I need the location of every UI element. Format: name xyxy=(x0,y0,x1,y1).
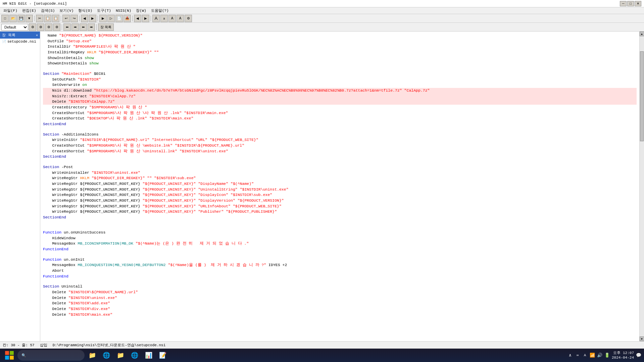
code-line: FunctionEnd xyxy=(43,274,637,279)
taskbar-explorer[interactable]: 📁 xyxy=(114,350,127,361)
tray-clock[interactable]: 오후 12:07 2024-04-24 xyxy=(612,351,634,360)
tb-sep6 xyxy=(151,15,151,21)
taskbar-pptx[interactable]: 📊 xyxy=(142,350,155,361)
tb-font-big[interactable]: A xyxy=(152,15,160,22)
menu-window[interactable]: 장(W) xyxy=(134,7,148,14)
code-line: MessageBox MB_ICONQUESTION|MB_YESNO|MB_D… xyxy=(43,262,637,268)
tray-volume[interactable]: 🔊 xyxy=(597,353,602,358)
tray-time-text: 오후 12:07 xyxy=(612,351,634,355)
tb-btn1[interactable]: 📄 xyxy=(115,15,123,22)
tb-compile[interactable]: ▶ xyxy=(99,15,107,22)
tb-font-a2[interactable]: A xyxy=(168,15,176,22)
tb-back[interactable]: ◀ xyxy=(81,15,88,22)
tb-open[interactable]: 📂 xyxy=(9,15,17,22)
scroll-down-button[interactable]: ▼ xyxy=(640,337,644,341)
tray-wifi[interactable]: 📶 xyxy=(590,353,595,358)
code-line: WriteRegStr ${PRODUCT_UNINST_ROOT_KEY} "… xyxy=(43,181,637,187)
menu-search[interactable]: 검색(S) xyxy=(39,7,57,14)
sidebar-title: 장 목록 xyxy=(2,33,15,38)
menu-bar: 파일(F) 편집(E) 검색(S) 보기(V) 형식(O) 도구(T) NSIS… xyxy=(0,7,644,14)
code-editor[interactable]: Name "${PRODUCT_NAME} ${PRODUCT_VERSION}… xyxy=(40,32,639,341)
tb-copy[interactable]: 📋 xyxy=(44,15,51,22)
status-cursor-text: 칸: 30 - 줄: 57 xyxy=(3,343,35,348)
tray-ime[interactable]: A xyxy=(582,353,588,358)
code-line: WriteUninstaller "$INSTDIR\uninst.exe" xyxy=(43,170,637,176)
tb2-btn1[interactable]: ⚙ xyxy=(29,23,36,31)
scroll-up-button[interactable]: ▲ xyxy=(640,32,644,36)
code-line: Abort xyxy=(43,268,637,274)
tb2-window-list[interactable]: 장 목록 xyxy=(98,23,114,31)
file-icon: 📄 xyxy=(2,40,6,44)
menu-tools[interactable]: 도구(T) xyxy=(95,7,113,14)
tb2-btn4[interactable]: ⚙ xyxy=(53,23,60,31)
tb2-indent-less[interactable]: ⬅ xyxy=(63,23,71,31)
tray-notifications[interactable]: 💬 xyxy=(636,353,641,358)
code-line: Delete "$INSTDIR\add.exe" xyxy=(43,301,637,306)
tb-undo[interactable]: ↩ xyxy=(62,15,70,22)
menu-nsis[interactable]: NSIS(N) xyxy=(114,8,133,13)
tb-sep2 xyxy=(61,15,61,21)
tb-new[interactable]: □ xyxy=(1,15,9,22)
maximize-button[interactable]: □ xyxy=(627,1,634,6)
sidebar: 장 목록 ✕ 📄 setupcode.nsi xyxy=(0,32,40,341)
code-line: Section "MainSection" $EC01 xyxy=(43,71,637,77)
tray-expand[interactable]: ∧ xyxy=(567,353,573,358)
tb-paste[interactable]: 📋 xyxy=(52,15,59,22)
code-line-function2: Function un.onInit xyxy=(43,257,637,263)
tb2-nav-back[interactable]: ⬅ xyxy=(80,23,87,31)
tb2-btn2[interactable]: ⚙ xyxy=(37,23,44,31)
status-path: D:\Programming\nsis\인터넷_다운로드-연습\setupcod… xyxy=(53,343,166,348)
tb-font-small[interactable]: a xyxy=(160,15,168,22)
taskbar-notepad[interactable]: 📝 xyxy=(156,350,169,361)
scroll-thumb[interactable] xyxy=(640,51,644,142)
start-button[interactable] xyxy=(3,350,16,361)
tb-sep1 xyxy=(34,15,35,21)
scroll-track[interactable] xyxy=(640,36,644,337)
tb-save-dropdown[interactable]: ▼ xyxy=(26,15,33,22)
tb-save[interactable]: 💾 xyxy=(17,15,25,22)
taskbar-edge[interactable]: 🌐 xyxy=(100,350,113,361)
taskbar-globe[interactable]: 🌐 xyxy=(128,350,141,361)
tb-settings[interactable]: ⚙ xyxy=(185,15,192,22)
sidebar-close-button[interactable]: ✕ xyxy=(36,33,38,37)
title-bar: HM NIS Edit - [setupcode.nsi] ─ □ ✕ xyxy=(0,0,644,7)
taskbar-folder[interactable]: 📁 xyxy=(86,350,99,361)
tb2-indent-more[interactable]: ➡ xyxy=(71,23,79,31)
title-text: HM NIS Edit - [setupcode.nsi] xyxy=(3,2,67,6)
code-line: OutFile "Setup.exe" xyxy=(43,39,637,44)
code-line xyxy=(43,66,637,71)
code-line: MessageBox MB_ICONINFORMATION|MB_OK "$(^… xyxy=(43,241,637,247)
tb2-btn3[interactable]: ⚙ xyxy=(45,23,52,31)
code-line: Delete "$INSTDIR\main.exe" xyxy=(43,312,637,318)
tb-compile2[interactable]: ▷ xyxy=(107,15,115,22)
minimize-button[interactable]: ─ xyxy=(620,1,627,6)
menu-file[interactable]: 파일(F) xyxy=(1,7,19,14)
code-line: SectionEnd xyxy=(43,215,637,220)
taskbar-search[interactable]: 🔍 xyxy=(17,350,85,361)
code-line: FunctionEnd xyxy=(43,247,637,252)
close-button[interactable]: ✕ xyxy=(635,1,641,6)
tb-fwd[interactable]: ▶ xyxy=(89,15,96,22)
windows-logo-icon xyxy=(5,351,14,360)
tb-btn2[interactable]: 📥 xyxy=(123,15,131,22)
scrollbar-vertical[interactable]: ▲ ▼ xyxy=(639,32,644,341)
menu-edit[interactable]: 편집(E) xyxy=(20,7,38,14)
menu-help[interactable]: 도움말(?) xyxy=(149,7,171,14)
menu-format[interactable]: 형식(O) xyxy=(76,7,94,14)
tray-keyboard[interactable]: ⌨ xyxy=(575,353,580,358)
tray-date-text: 2024-04-24 xyxy=(612,355,634,360)
tb-redo[interactable]: ↪ xyxy=(70,15,78,22)
tb2-nav-fwd[interactable]: ➡ xyxy=(88,23,95,31)
status-bar: 칸: 30 - 줄: 57 삽입 D:\Programming\nsis\인터넷… xyxy=(0,341,644,349)
sidebar-item-setupcode[interactable]: 📄 setupcode.nsi xyxy=(0,39,40,45)
style-dropdown[interactable]: Default xyxy=(1,24,28,31)
menu-view[interactable]: 보기(V) xyxy=(57,7,76,14)
code-line-highlighted: Nsis dl::download "https://blog.kakaocdn… xyxy=(43,88,637,94)
tb-prev-mark[interactable]: ◀ xyxy=(134,15,141,22)
tb-cut[interactable]: ✂ xyxy=(36,15,43,22)
tb-font-a3[interactable]: A xyxy=(177,15,184,22)
tray-battery[interactable]: 🔋 xyxy=(604,353,610,358)
status-mode: 삽입 xyxy=(40,343,47,348)
svg-rect-0 xyxy=(5,351,9,355)
tb-next-mark[interactable]: ▶ xyxy=(142,15,149,22)
